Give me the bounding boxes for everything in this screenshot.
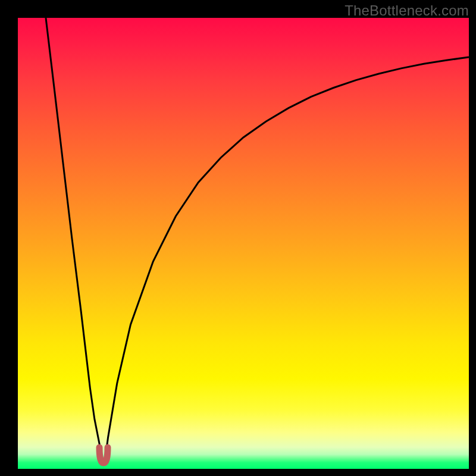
plot-area: [18, 18, 469, 469]
watermark-text: TheBottleneck.com: [345, 2, 469, 19]
chart-curve-layer: [18, 18, 469, 469]
chart-frame: TheBottleneck.com: [0, 0, 476, 476]
curve-left-branch: [46, 18, 102, 458]
minimum-marker: [99, 447, 108, 463]
curve-right-branch: [105, 57, 469, 458]
